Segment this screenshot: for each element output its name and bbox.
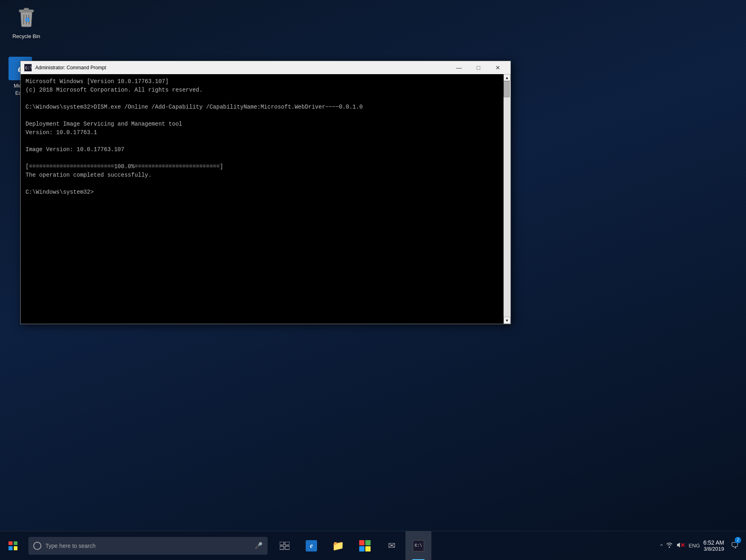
desktop: ♻ Recycle Bin e Micr...Ed... C:\ Adminis… — [0, 0, 746, 531]
svg-rect-10 — [280, 546, 284, 549]
svg-rect-8 — [280, 542, 284, 545]
search-input[interactable]: Type here to search — [45, 543, 255, 549]
minimize-button[interactable]: — — [450, 62, 468, 74]
window-controls[interactable]: — □ ✕ — [450, 62, 507, 74]
mail-icon: ✉ — [386, 540, 397, 551]
taskbar-items: e 📁 ✉ C:\ — [270, 531, 433, 560]
clock-time: 6:52 AM — [703, 539, 724, 546]
scroll-thumb[interactable] — [504, 81, 510, 97]
microphone-icon[interactable]: 🎤 — [255, 542, 263, 549]
taskbar-item-cmd[interactable]: C:\ — [405, 531, 431, 560]
taskbar-item-task-view[interactable] — [272, 531, 298, 560]
network-icon[interactable] — [666, 542, 673, 550]
notification-button[interactable]: 🗨 2 — [727, 531, 742, 560]
cmd-window: C:\ Administrator: Command Prompt — □ ✕ … — [20, 61, 511, 324]
volume-mute-icon[interactable] — [676, 542, 685, 550]
system-tray-chevron[interactable]: ^ — [660, 543, 663, 549]
scroll-track[interactable] — [504, 81, 510, 317]
task-view-icon — [279, 540, 290, 551]
notification-badge: 2 — [735, 537, 741, 543]
taskbar-right: ^ ENG 6 — [656, 531, 746, 560]
scroll-up-arrow[interactable]: ▲ — [504, 74, 510, 81]
start-button[interactable] — [0, 531, 26, 560]
cmd-scrollbar[interactable]: ▲ ▼ — [504, 74, 510, 324]
ie-taskbar-icon: e — [306, 540, 317, 551]
svg-point-12 — [669, 546, 670, 547]
recycle-bin-label: Recycle Bin — [13, 33, 41, 39]
search-circle-icon — [33, 542, 41, 550]
cmd-taskbar-icon: C:\ — [413, 540, 424, 551]
file-explorer-icon: 📁 — [332, 540, 344, 551]
svg-line-2 — [24, 15, 24, 24]
recycle-bin-icon[interactable]: ♻ Recycle Bin — [4, 4, 49, 40]
taskbar-item-store[interactable] — [352, 531, 378, 560]
maximize-button[interactable]: □ — [469, 62, 488, 74]
windows-logo-icon — [9, 541, 17, 550]
search-bar[interactable]: Type here to search 🎤 — [28, 537, 268, 555]
svg-text:C:\: C:\ — [25, 66, 32, 71]
taskbar: Type here to search 🎤 e 📁 — [0, 531, 746, 560]
cmd-title: Administrator: Command Prompt — [35, 65, 450, 71]
clock-date: 3/8/2019 — [703, 546, 724, 552]
cmd-titlebar-icon: C:\ — [24, 64, 32, 72]
taskbar-item-mail[interactable]: ✉ — [379, 531, 405, 560]
cmd-titlebar[interactable]: C:\ Administrator: Command Prompt — □ ✕ — [21, 61, 510, 74]
store-icon — [359, 540, 371, 551]
language-indicator[interactable]: ENG — [688, 543, 700, 549]
close-button[interactable]: ✕ — [489, 62, 507, 74]
svg-rect-1 — [24, 8, 29, 11]
system-tray-icons: ^ ENG — [660, 542, 700, 550]
svg-text:♻: ♻ — [25, 17, 30, 23]
cmd-body: Microsoft Windows [Version 10.0.17763.10… — [21, 74, 510, 324]
svg-rect-11 — [285, 546, 289, 549]
clock[interactable]: 6:52 AM 3/8/2019 — [703, 539, 724, 552]
taskbar-item-file-explorer[interactable]: 📁 — [325, 531, 351, 560]
svg-rect-9 — [285, 542, 289, 545]
cmd-output[interactable]: Microsoft Windows [Version 10.0.17763.10… — [21, 74, 504, 324]
scroll-down-arrow[interactable]: ▼ — [504, 317, 510, 324]
taskbar-item-ie[interactable]: e — [298, 531, 324, 560]
